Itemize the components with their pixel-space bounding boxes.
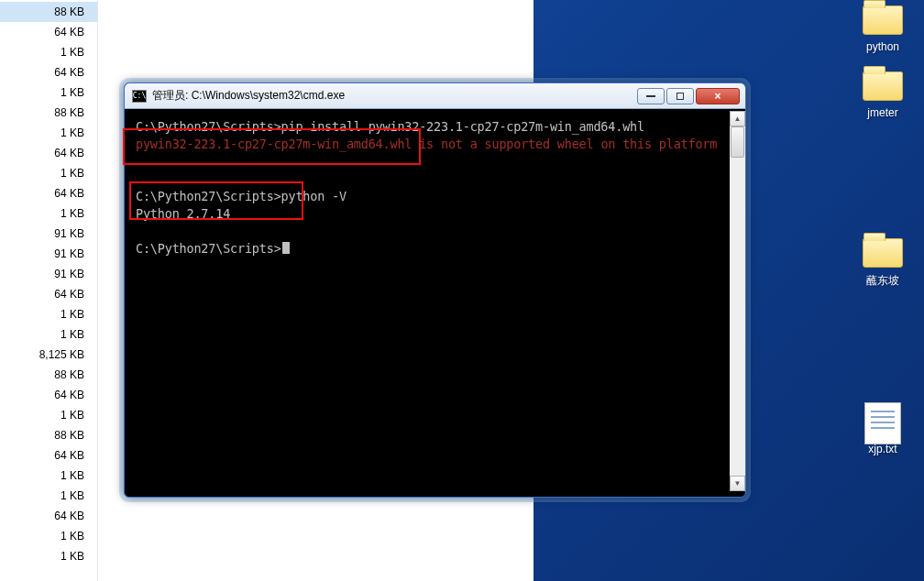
cmd-line-4: Python 2.7.14 xyxy=(136,206,230,221)
explorer-row[interactable]: 1 KB xyxy=(0,82,97,103)
scrollbar-up-button[interactable]: ▲ xyxy=(730,111,745,126)
desktop-icon-label: python xyxy=(851,40,915,53)
explorer-row[interactable]: 88 KB xyxy=(0,103,97,123)
explorer-row[interactable]: 1 KB xyxy=(0,163,97,183)
explorer-row[interactable]: 64 KB xyxy=(0,445,97,466)
explorer-row[interactable]: 64 KB xyxy=(0,506,97,526)
cmd-line-5-prompt: C:\Python27\Scripts> xyxy=(136,241,281,256)
explorer-row[interactable]: 88 KB xyxy=(0,2,97,22)
maximize-button[interactable] xyxy=(666,88,694,104)
explorer-row[interactable]: 64 KB xyxy=(0,143,97,163)
explorer-row[interactable]: 1 KB xyxy=(0,203,97,224)
cmd-scrollbar[interactable]: ▲ ▼ xyxy=(730,111,745,491)
cmd-titlebar[interactable]: C:\ 管理员: C:\Windows\system32\cmd.exe × xyxy=(125,83,745,109)
explorer-row[interactable]: 88 KB xyxy=(0,425,97,445)
explorer-row[interactable]: 1 KB xyxy=(0,324,97,345)
desktop-icon-jmeter[interactable]: jmeter xyxy=(851,66,915,119)
desktop-icon-label: 蘸东坡 xyxy=(851,273,915,289)
close-button[interactable]: × xyxy=(696,88,740,104)
desktop-icon-蘸东坡[interactable]: 蘸东坡 xyxy=(851,233,915,289)
desktop: 88 KB64 KB1 KB64 KB1 KB88 KB1 KB64 KB1 K… xyxy=(0,0,924,581)
explorer-row[interactable]: 64 KB xyxy=(0,62,97,82)
explorer-row[interactable]: 1 KB xyxy=(0,466,97,486)
cmd-line-2-message: is not a supported wheel on this platfor… xyxy=(412,137,717,151)
cmd-title-prefix: 管理员: xyxy=(152,89,192,102)
desktop-icon-label: xjp.txt xyxy=(851,443,915,455)
explorer-row[interactable]: 1 KB xyxy=(0,486,97,506)
explorer-row[interactable]: 1 KB xyxy=(0,546,97,566)
cmd-output[interactable]: C:\Python27\Scripts>pip install pywin32-… xyxy=(130,111,740,491)
folder-icon xyxy=(861,0,905,37)
folder-icon xyxy=(861,66,905,103)
explorer-row[interactable]: 91 KB xyxy=(0,264,97,284)
cmd-cursor xyxy=(282,242,290,254)
cmd-line-3: C:\Python27\Scripts>python -V xyxy=(136,189,346,203)
explorer-row[interactable]: 64 KB xyxy=(0,284,97,304)
explorer-row[interactable]: 91 KB xyxy=(0,224,97,244)
explorer-row[interactable]: 1 KB xyxy=(0,526,97,546)
desktop-icon-xjp-txt[interactable]: xjp.txt xyxy=(851,402,915,455)
minimize-button[interactable] xyxy=(637,88,665,104)
explorer-row[interactable]: 1 KB xyxy=(0,304,97,324)
cmd-icon: C:\ xyxy=(132,90,147,103)
cmd-line-2-filename: pywin32-223.1-cp27-cp27m-win_amd64.whl xyxy=(136,137,412,151)
scrollbar-thumb[interactable] xyxy=(731,126,744,158)
desktop-icon-label: jmeter xyxy=(851,106,915,119)
explorer-row[interactable]: 1 KB xyxy=(0,405,97,425)
explorer-row[interactable]: 64 KB xyxy=(0,183,97,203)
cmd-window[interactable]: C:\ 管理员: C:\Windows\system32\cmd.exe × C… xyxy=(124,82,746,498)
explorer-row[interactable]: 64 KB xyxy=(0,385,97,405)
explorer-row[interactable]: 1 KB xyxy=(0,42,97,62)
scrollbar-track[interactable] xyxy=(730,126,745,476)
folder-icon xyxy=(861,233,905,269)
cmd-title: 管理员: C:\Windows\system32\cmd.exe xyxy=(152,88,637,104)
cmd-title-path: C:\Windows\system32\cmd.exe xyxy=(192,89,345,102)
desktop-icons-area: pythonjmeter蘸东坡xjp.txt xyxy=(851,0,915,455)
explorer-row[interactable]: 8,125 KB xyxy=(0,345,97,365)
scrollbar-down-button[interactable]: ▼ xyxy=(730,476,745,491)
explorer-size-column: 88 KB64 KB1 KB64 KB1 KB88 KB1 KB64 KB1 K… xyxy=(0,0,98,581)
explorer-row[interactable]: 1 KB xyxy=(0,123,97,143)
explorer-row[interactable]: 88 KB xyxy=(0,365,97,385)
window-controls: × xyxy=(637,88,740,104)
explorer-row[interactable]: 91 KB xyxy=(0,244,97,264)
text-file-icon xyxy=(861,402,905,439)
desktop-icon-python[interactable]: python xyxy=(851,0,915,53)
cmd-line-1: C:\Python27\Scripts>pip install pywin32-… xyxy=(136,119,644,134)
explorer-row[interactable]: 64 KB xyxy=(0,22,97,42)
